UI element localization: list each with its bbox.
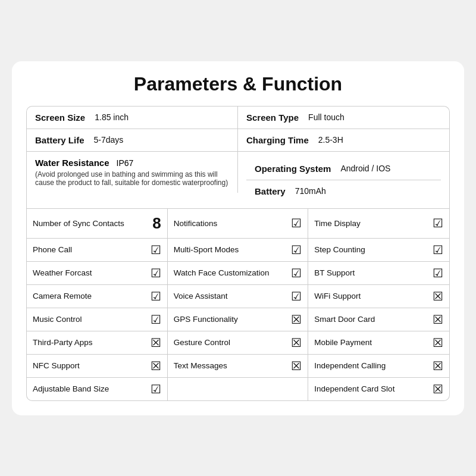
feature-cell: Number of Sync Contacts8	[27, 209, 168, 238]
check-yes-icon: ☑	[151, 383, 161, 395]
feature-label: Camera Remote	[33, 292, 151, 300]
feature-cell: Voice Assistant☑	[168, 285, 309, 308]
feature-cell: Multi-Sport Modes☑	[168, 239, 309, 261]
check-yes-icon: ☑	[291, 217, 302, 229]
check-no-icon: ☒	[151, 337, 161, 349]
feature-row: Number of Sync Contacts8Notifications☑Ti…	[27, 209, 449, 239]
check-no-icon: ☒	[433, 337, 443, 349]
os-value: Android / IOS	[340, 164, 390, 173]
feature-number: 8	[152, 214, 161, 233]
feature-row: Camera Remote☑Voice Assistant☑WiFi Suppo…	[27, 285, 449, 308]
feature-label: Mobile Payment	[314, 338, 433, 347]
page-title: Parameters & Function	[26, 73, 450, 95]
feature-label: Phone Call	[33, 245, 151, 254]
battery-life-value: 5-7days	[94, 135, 124, 145]
charging-time-cell: Charging Time 2.5-3H	[238, 129, 449, 151]
check-no-icon: ☒	[433, 383, 443, 395]
feature-label: Weather Forcast	[33, 268, 151, 277]
feature-row: Music Control☑GPS Functionality☒Smart Do…	[27, 308, 449, 331]
check-yes-icon: ☑	[151, 290, 161, 302]
charging-time-value: 2.5-3H	[318, 135, 343, 145]
feature-row: NFC Support☒Text Messages☒Independent Ca…	[27, 355, 449, 378]
battery-life-label: Battery Life	[35, 135, 84, 145]
feature-label: NFC Support	[33, 361, 151, 370]
check-no-icon: ☒	[433, 290, 443, 302]
feature-label: Third-Party Apps	[33, 338, 151, 347]
battery-value: 710mAh	[295, 186, 326, 196]
check-yes-icon: ☑	[291, 267, 302, 279]
screen-size-cell: Screen Size 1.85 inch	[27, 107, 238, 129]
water-resistance-value: IP67	[117, 158, 134, 168]
screen-size-label: Screen Size	[35, 112, 85, 123]
feature-label: Adjustable Band Size	[33, 384, 151, 393]
check-yes-icon: ☑	[433, 217, 443, 229]
check-no-icon: ☒	[433, 360, 443, 372]
feature-label: Multi-Sport Modes	[174, 245, 292, 254]
feature-cell: Gesture Control☒	[168, 331, 309, 354]
water-resistance-label: Water Resistance	[35, 158, 109, 168]
feature-cell: Weather Forcast☑	[27, 262, 168, 284]
feature-row: Weather Forcast☑Watch Face Customization…	[27, 262, 449, 285]
feature-cell: Mobile Payment☒	[308, 331, 449, 354]
feature-label: Independent Calling	[314, 361, 433, 370]
feature-cell: NFC Support☒	[27, 355, 168, 377]
screen-type-cell: Screen Type Full touch	[238, 107, 449, 129]
check-yes-icon: ☑	[151, 244, 161, 256]
feature-cell	[168, 378, 309, 400]
os-battery-section: Operating System Android / IOS Battery 7…	[246, 158, 441, 202]
feature-cell: Camera Remote☑	[27, 285, 168, 308]
screen-size-value: 1.85 inch	[95, 112, 129, 122]
feature-label: Smart Door Card	[314, 315, 433, 324]
check-no-icon: ☒	[291, 337, 302, 349]
feature-label: Step Counting	[314, 245, 433, 254]
check-yes-icon: ☑	[433, 267, 443, 279]
feature-cell: Phone Call☑	[27, 239, 168, 261]
feature-label: Music Control	[33, 315, 151, 324]
feature-cell: Notifications☑	[168, 209, 309, 238]
water-resistance-note: (Avoid prolonged use in bathing and swim…	[35, 170, 229, 187]
feature-cell: Music Control☑	[27, 308, 168, 331]
battery-life-cell: Battery Life 5-7days	[27, 129, 238, 151]
battery-label: Battery	[255, 186, 286, 196]
water-resistance-cell: Water Resistance IP67 (Avoid prolonged u…	[27, 152, 238, 193]
check-no-icon: ☒	[151, 360, 161, 372]
feature-cell: BT Support☑	[308, 262, 449, 284]
water-right-section: Operating System Android / IOS Battery 7…	[238, 152, 449, 208]
card: Parameters & Function Screen Size 1.85 i…	[12, 61, 464, 415]
spec-row-battery: Battery Life 5-7days Charging Time 2.5-3…	[27, 129, 449, 152]
feature-label: Notifications	[174, 219, 292, 228]
spec-row-water: Water Resistance IP67 (Avoid prolonged u…	[27, 152, 449, 209]
feature-cell: Step Counting☑	[308, 239, 449, 261]
os-cell: Operating System Android / IOS	[246, 158, 441, 180]
check-yes-icon: ☑	[433, 244, 443, 256]
feature-label: BT Support	[314, 268, 433, 277]
feature-cell: Independent Card Slot☒	[308, 378, 449, 400]
feature-row: Adjustable Band Size☑Independent Card Sl…	[27, 378, 449, 400]
feature-cell: Time Display☑	[308, 209, 449, 238]
feature-label: Voice Assistant	[174, 292, 292, 300]
feature-cell: Independent Calling☒	[308, 355, 449, 377]
feature-label: WiFi Support	[314, 292, 433, 300]
screen-type-value: Full touch	[308, 112, 345, 122]
feature-cell: Third-Party Apps☒	[27, 331, 168, 354]
feature-label: Watch Face Customization	[174, 268, 292, 277]
feature-cell: Watch Face Customization☑	[168, 262, 309, 284]
check-no-icon: ☒	[291, 314, 302, 325]
feature-cell: Smart Door Card☒	[308, 308, 449, 331]
check-no-icon: ☒	[291, 360, 302, 372]
charging-time-label: Charging Time	[246, 135, 309, 145]
spec-row-screen: Screen Size 1.85 inch Screen Type Full t…	[27, 107, 449, 129]
feature-cell: GPS Functionality☒	[168, 308, 309, 331]
specs-section: Screen Size 1.85 inch Screen Type Full t…	[26, 106, 450, 209]
feature-cell: Text Messages☒	[168, 355, 309, 377]
feature-label: Number of Sync Contacts	[33, 219, 146, 228]
check-yes-icon: ☑	[151, 314, 161, 325]
feature-label: Text Messages	[174, 361, 292, 370]
feature-label: GPS Functionality	[174, 315, 292, 324]
feature-cell: WiFi Support☒	[308, 285, 449, 308]
feature-label: Time Display	[314, 219, 433, 228]
check-yes-icon: ☑	[291, 244, 302, 256]
os-label: Operating System	[255, 164, 331, 174]
feature-row: Third-Party Apps☒Gesture Control☒Mobile …	[27, 331, 449, 355]
check-no-icon: ☒	[433, 314, 443, 325]
